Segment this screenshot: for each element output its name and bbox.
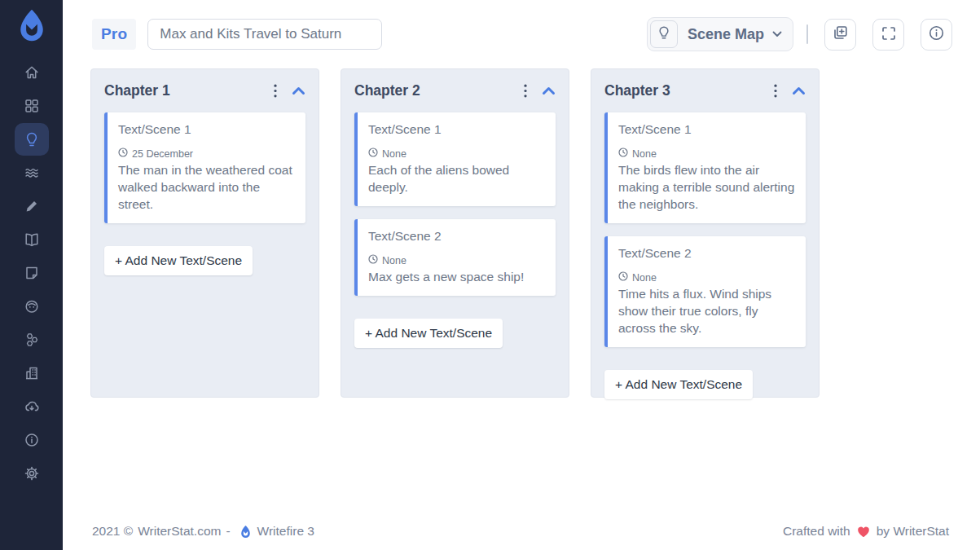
pencil-icon bbox=[24, 198, 40, 214]
scene-card[interactable]: Text/Scene 2 None Time hits a flux. Wind… bbox=[604, 236, 806, 347]
writefire-logo bbox=[14, 7, 50, 43]
sidebar-item-scene-map[interactable] bbox=[15, 123, 49, 156]
sidebar-item-home[interactable] bbox=[15, 56, 49, 89]
scene-card-text: Time hits a flux. Wind ships show their … bbox=[618, 285, 795, 337]
scene-card-title: Text/Scene 2 bbox=[368, 229, 545, 244]
scene-map-board: Chapter 1 Text/Scene 1 25 December The m… bbox=[63, 51, 980, 524]
scene-card-meta: None bbox=[618, 271, 795, 284]
clock-icon bbox=[118, 147, 128, 160]
cloud-download-icon bbox=[24, 398, 40, 415]
molecules-icon bbox=[24, 332, 40, 348]
add-scene-button[interactable]: + Add New Text/Scene bbox=[604, 370, 753, 399]
scene-card-meta: None bbox=[618, 147, 795, 160]
scene-card-text: Max gets a new space ship! bbox=[368, 268, 545, 285]
chapter-collapse-button[interactable] bbox=[792, 85, 806, 97]
sidebar-item-molecules[interactable] bbox=[15, 323, 49, 356]
chapter-column-1: Chapter 1 Text/Scene 1 25 December The m… bbox=[90, 68, 319, 398]
chevron-down-icon bbox=[772, 31, 782, 37]
clock-icon bbox=[368, 254, 378, 266]
scene-card-date: None bbox=[382, 148, 407, 160]
scene-card[interactable]: Text/Scene 1 None Each of the aliens bow… bbox=[354, 112, 556, 206]
fullscreen-icon bbox=[881, 25, 897, 44]
scene-card-meta: None bbox=[368, 147, 545, 160]
add-scene-button[interactable]: + Add New Text/Scene bbox=[354, 319, 503, 348]
chapter-title: Chapter 1 bbox=[104, 82, 272, 99]
scene-card-title: Text/Scene 1 bbox=[368, 122, 545, 137]
footer-site-link[interactable]: WriterStat.com bbox=[138, 524, 221, 539]
book-icon bbox=[24, 231, 40, 248]
dashboard-icon bbox=[24, 98, 40, 114]
view-selector-dropdown[interactable]: Scene Map bbox=[647, 17, 793, 51]
scene-card-meta: 25 December bbox=[118, 147, 295, 160]
chapter-collapse-button[interactable] bbox=[292, 85, 305, 97]
character-icon bbox=[24, 298, 40, 315]
scene-card-title: Text/Scene 2 bbox=[618, 246, 795, 261]
footer-product: Writefire 3 bbox=[257, 524, 314, 539]
chapter-column-2: Chapter 2 Text/Scene 1 None Each of the … bbox=[341, 68, 569, 398]
sidebar-item-book[interactable] bbox=[15, 223, 49, 256]
sidebar-item-cloud[interactable] bbox=[15, 390, 49, 423]
chapter-title: Chapter 2 bbox=[354, 82, 522, 99]
chapter-menu-button[interactable] bbox=[522, 82, 529, 99]
scene-card-date: None bbox=[632, 272, 657, 284]
add-scene-button[interactable]: + Add New Text/Scene bbox=[104, 246, 253, 275]
scene-card-text: The man in the weathered coat walked bac… bbox=[118, 161, 295, 213]
view-lightbulb-box bbox=[650, 20, 678, 48]
waves-icon bbox=[24, 165, 40, 181]
sidebar-item-notes[interactable] bbox=[15, 257, 49, 289]
toolbar-divider bbox=[806, 24, 808, 44]
home-icon bbox=[24, 64, 40, 81]
sidebar-item-building[interactable] bbox=[15, 357, 49, 389]
footer-right: Crafted with by WriterStat bbox=[780, 524, 952, 539]
chapter-title: Chapter 3 bbox=[604, 82, 772, 99]
building-icon bbox=[24, 365, 40, 381]
chapter-collapse-button[interactable] bbox=[542, 85, 556, 97]
sidebar-item-dashboard[interactable] bbox=[15, 90, 49, 122]
duplicate-add-icon bbox=[832, 24, 849, 44]
chapter-menu-button[interactable] bbox=[272, 82, 279, 99]
scene-card-date: 25 December bbox=[132, 148, 193, 160]
scene-card-text: The birds flew into the air making a ter… bbox=[618, 161, 795, 213]
info-icon bbox=[928, 24, 945, 44]
sidebar-item-settings[interactable] bbox=[15, 457, 49, 490]
info-icon bbox=[24, 432, 40, 448]
chapter-menu-button[interactable] bbox=[772, 82, 779, 99]
clock-icon bbox=[618, 271, 628, 284]
scene-card-text: Each of the aliens bowed deeply. bbox=[368, 161, 545, 196]
footer-separator: - bbox=[226, 524, 230, 539]
project-title-input[interactable] bbox=[147, 19, 382, 50]
scene-card-date: None bbox=[382, 255, 407, 266]
footer-left: 2021 © WriterStat.com - Writefire 3 bbox=[92, 524, 319, 539]
note-icon bbox=[24, 265, 40, 281]
scene-card-title: Text/Scene 1 bbox=[618, 122, 795, 137]
sidebar-item-about[interactable] bbox=[15, 424, 49, 456]
column-header: Chapter 1 bbox=[104, 82, 305, 99]
pro-badge: Pro bbox=[92, 19, 136, 50]
footer-crafted-prefix: Crafted with bbox=[783, 524, 850, 539]
main-area: Pro Scene Map bbox=[63, 0, 980, 550]
duplicate-add-button[interactable] bbox=[824, 19, 856, 51]
sidebar-item-character[interactable] bbox=[15, 290, 49, 323]
scene-card-meta: None bbox=[368, 254, 545, 266]
clock-icon bbox=[618, 147, 628, 160]
column-header: Chapter 3 bbox=[604, 82, 806, 99]
column-header: Chapter 2 bbox=[354, 82, 556, 99]
footer: 2021 © WriterStat.com - Writefire 3 Craf… bbox=[63, 524, 980, 550]
scene-card-date: None bbox=[632, 148, 657, 160]
footer-copyright: 2021 © bbox=[92, 524, 133, 539]
footer-crafted-suffix: by WriterStat bbox=[877, 524, 949, 539]
writefire-flame-icon bbox=[239, 525, 253, 539]
header: Pro Scene Map bbox=[63, 0, 980, 51]
sidebar-item-flow[interactable] bbox=[15, 156, 49, 189]
scene-card[interactable]: Text/Scene 2 None Max gets a new space s… bbox=[354, 219, 556, 296]
lightbulb-icon bbox=[24, 131, 40, 147]
info-button[interactable] bbox=[921, 19, 952, 51]
fullscreen-button[interactable] bbox=[872, 19, 904, 51]
sidebar-item-write[interactable] bbox=[15, 190, 49, 222]
view-selector-label: Scene Map bbox=[688, 26, 764, 43]
chapter-column-3: Chapter 3 Text/Scene 1 None The birds fl… bbox=[591, 68, 820, 398]
scene-card[interactable]: Text/Scene 1 None The birds flew into th… bbox=[604, 112, 806, 223]
scene-card[interactable]: Text/Scene 1 25 December The man in the … bbox=[104, 112, 305, 223]
sidebar bbox=[0, 0, 63, 550]
heart-icon bbox=[857, 526, 870, 538]
